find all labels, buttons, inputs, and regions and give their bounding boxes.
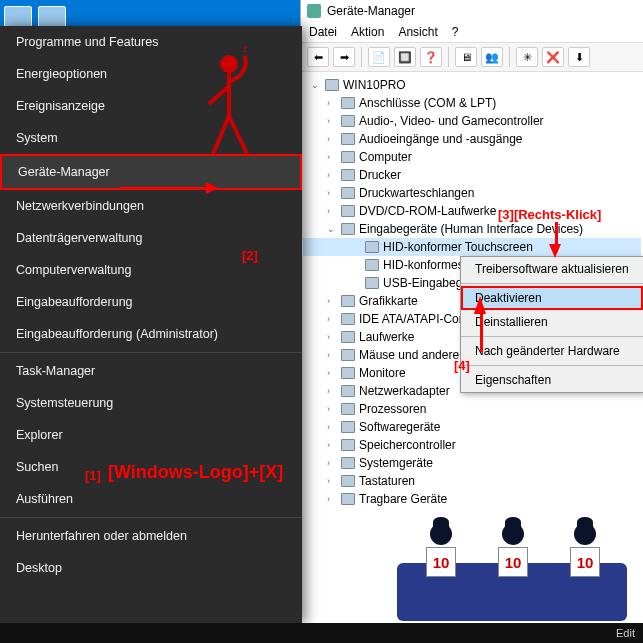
- chevron-icon: ›: [327, 364, 337, 382]
- titlebar: Geräte-Manager: [301, 0, 643, 22]
- tree-category[interactable]: ⌄Eingabegeräte (Human Interface Devices): [303, 220, 641, 238]
- arrow-to-geraete-manager: [120, 187, 216, 190]
- tree-label: Mäuse und andere: [359, 346, 459, 364]
- winx-item[interactable]: Herunterfahren oder abmelden: [0, 520, 302, 552]
- taskbar-edit-label[interactable]: Edit: [616, 627, 635, 639]
- arrow-up-ctx: [474, 296, 486, 314]
- menu-item[interactable]: Aktion: [351, 25, 384, 39]
- tree-category[interactable]: ›Systemgeräte: [303, 454, 641, 472]
- winx-item[interactable]: Eingabeaufforderung (Administrator): [0, 318, 302, 350]
- toolbar-button[interactable]: 📄: [368, 47, 390, 67]
- judge-head-icon: [502, 523, 524, 545]
- chevron-icon: ›: [327, 454, 337, 472]
- context-menu: Treibersoftware aktualisierenDeaktiviere…: [460, 256, 643, 393]
- device-icon: [341, 439, 355, 451]
- tree-category[interactable]: ›Anschlüsse (COM & LPT): [303, 94, 641, 112]
- tree-category[interactable]: ›Audioeingänge und -ausgänge: [303, 130, 641, 148]
- tree-label: Systemgeräte: [359, 454, 433, 472]
- device-icon: [341, 367, 355, 379]
- tree-root[interactable]: ⌄WIN10PRO: [303, 76, 641, 94]
- winx-item[interactable]: Task-Manager: [0, 355, 302, 387]
- toolbar-button[interactable]: ✳: [516, 47, 538, 67]
- toolbar-button[interactable]: ⬅: [307, 47, 329, 67]
- context-menu-item[interactable]: Deinstallieren: [461, 310, 643, 334]
- chevron-icon: ›: [327, 184, 337, 202]
- tree-label: Laufwerke: [359, 328, 414, 346]
- device-icon: [341, 421, 355, 433]
- tree-category[interactable]: ›Audio-, Video- und Gamecontroller: [303, 112, 641, 130]
- tree-category[interactable]: ›Tastaturen: [303, 472, 641, 490]
- toolbar-button[interactable]: 🔲: [394, 47, 416, 67]
- judge: 10: [483, 523, 543, 577]
- chevron-icon: ›: [327, 166, 337, 184]
- tree-label: Computer: [359, 148, 412, 166]
- judge-head-icon: [574, 523, 596, 545]
- tree-category[interactable]: ›Speichercontroller: [303, 436, 641, 454]
- device-icon: [341, 313, 355, 325]
- device-icon: [341, 223, 355, 235]
- svg-line-2: [213, 116, 229, 154]
- toolbar-button[interactable]: ❌: [542, 47, 564, 67]
- toolbar-button[interactable]: 👥: [481, 47, 503, 67]
- tree-label: Eingabegeräte (Human Interface Devices): [359, 220, 583, 238]
- chevron-icon: ›: [327, 436, 337, 454]
- judge: 10: [555, 523, 615, 577]
- winx-item[interactable]: Datenträgerverwaltung: [0, 222, 302, 254]
- tree-device[interactable]: HID-konformer Touchscreen: [303, 238, 641, 256]
- separator: [461, 365, 643, 366]
- device-icon: [341, 295, 355, 307]
- context-menu-item[interactable]: Deaktivieren: [461, 286, 643, 310]
- hid-device-icon: [365, 259, 379, 271]
- score-card: 10: [426, 547, 456, 577]
- arrow-stem-ctx: [480, 310, 483, 352]
- tree-label: Speichercontroller: [359, 436, 456, 454]
- winx-item[interactable]: Explorer: [0, 419, 302, 451]
- tree-category[interactable]: ›Druckwarteschlangen: [303, 184, 641, 202]
- tree-label: Drucker: [359, 166, 401, 184]
- toolbar-button[interactable]: ⬇: [568, 47, 590, 67]
- context-menu-item[interactable]: Nach geänderter Hardware: [461, 339, 643, 363]
- tree-label: Netzwerkadapter: [359, 382, 450, 400]
- menubar: DateiAktionAnsicht?: [301, 22, 643, 43]
- winx-item[interactable]: Netzwerkverbindungen: [0, 190, 302, 222]
- tree-label: Druckwarteschlangen: [359, 184, 474, 202]
- tree-category[interactable]: ›Softwaregeräte: [303, 418, 641, 436]
- device-icon: [341, 151, 355, 163]
- separator: [0, 517, 302, 518]
- tree-category[interactable]: ›Drucker: [303, 166, 641, 184]
- arrow-down-step3: [549, 244, 561, 258]
- computer-icon: [325, 79, 339, 91]
- chevron-icon: ›: [327, 346, 337, 364]
- tree-label: DVD/CD-ROM-Laufwerke: [359, 202, 496, 220]
- winx-item[interactable]: Suchen: [0, 451, 302, 483]
- winx-item[interactable]: Systemsteuerung: [0, 387, 302, 419]
- tree-category[interactable]: ›DVD/CD-ROM-Laufwerke: [303, 202, 641, 220]
- toolbar-separator: [361, 47, 362, 67]
- tree-label: HID-konformer Touchscreen: [383, 238, 533, 256]
- winx-item[interactable]: Desktop: [0, 552, 302, 584]
- device-icon: [341, 115, 355, 127]
- context-menu-item[interactable]: Treibersoftware aktualisieren: [461, 257, 643, 281]
- menu-item[interactable]: ?: [452, 25, 459, 39]
- tree-label: USB-Eingabege: [383, 274, 469, 292]
- winx-item[interactable]: Eingabeaufforderung: [0, 286, 302, 318]
- menu-item[interactable]: Datei: [309, 25, 337, 39]
- toolbar-button[interactable]: ❓: [420, 47, 442, 67]
- tree-label: Grafikkarte: [359, 292, 418, 310]
- hid-device-icon: [365, 241, 379, 253]
- tree-category[interactable]: ›Prozessoren: [303, 400, 641, 418]
- tree-category[interactable]: ›Computer: [303, 148, 641, 166]
- menu-item[interactable]: Ansicht: [398, 25, 437, 39]
- device-icon: [341, 475, 355, 487]
- chevron-icon: ›: [327, 202, 337, 220]
- toolbar-button[interactable]: ➡: [333, 47, 355, 67]
- chevron-icon: ⌄: [327, 220, 337, 238]
- app-icon: [307, 4, 321, 18]
- context-menu-item[interactable]: Eigenschaften: [461, 368, 643, 392]
- winx-item[interactable]: Computerverwaltung: [0, 254, 302, 286]
- chevron-icon: ›: [327, 112, 337, 130]
- toolbar-button[interactable]: 🖥: [455, 47, 477, 67]
- chevron-icon: ›: [327, 148, 337, 166]
- chevron-icon: ›: [327, 328, 337, 346]
- winx-item[interactable]: Ausführen: [0, 483, 302, 515]
